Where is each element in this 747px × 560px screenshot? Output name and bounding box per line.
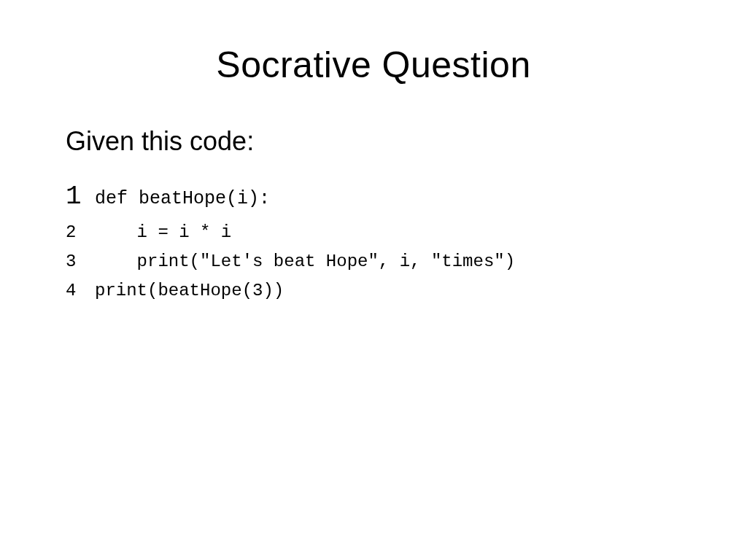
code-text: i = i * i [95, 218, 231, 247]
code-line: 2 i = i * i [66, 218, 681, 247]
code-text: def beatHope(i): [95, 184, 270, 214]
line-number: 3 [66, 247, 95, 276]
slide-container: Socrative Question Given this code: 1 de… [0, 0, 747, 560]
line-number: 1 [66, 175, 95, 218]
code-line: 4 print(beatHope(3)) [66, 276, 681, 306]
code-line: 1 def beatHope(i): [66, 175, 681, 218]
line-number: 4 [66, 276, 95, 306]
code-text: print("Let's beat Hope", i, "times") [95, 247, 515, 276]
slide-title: Socrative Question [66, 44, 681, 86]
prompt-text: Given this code: [66, 126, 681, 157]
code-text: print(beatHope(3)) [95, 276, 284, 306]
code-block: 1 def beatHope(i): 2 i = i * i 3 print("… [66, 175, 681, 305]
code-line: 3 print("Let's beat Hope", i, "times") [66, 247, 681, 276]
line-number: 2 [66, 218, 95, 247]
